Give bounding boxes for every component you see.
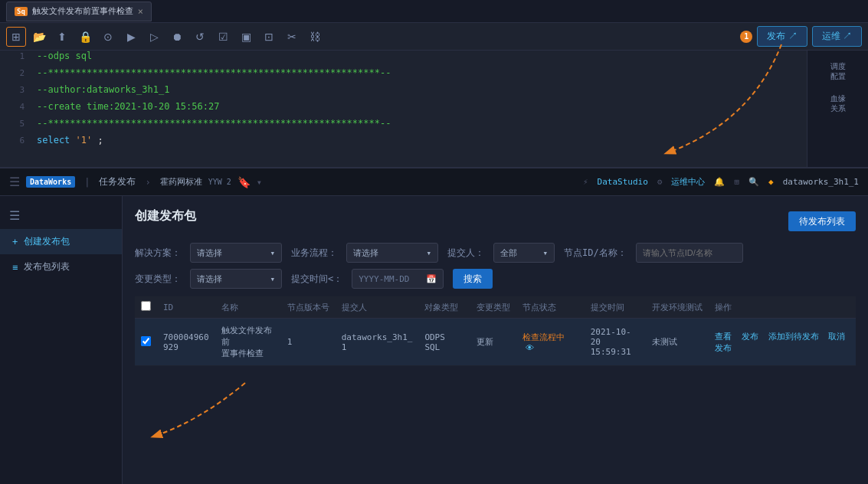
action-publish[interactable]: 发布 xyxy=(742,332,758,342)
bookmark-icon[interactable]: 🔖 xyxy=(237,176,251,188)
toolbar-dot-btn[interactable]: ⊙ xyxy=(98,27,118,47)
sidebar-item-package-list[interactable]: ≡ 发布包列表 xyxy=(0,254,122,280)
toolbar-grid2-btn[interactable]: ⊡ xyxy=(259,27,279,47)
status-eye-icon[interactable]: 👁 xyxy=(526,343,534,353)
row-obj-type: ODPS SQL xyxy=(418,319,470,366)
toolbar-open-btn[interactable]: 📂 xyxy=(29,27,49,47)
dropdown-icon[interactable]: ▾ xyxy=(257,177,262,188)
schedule-config-panel[interactable]: 调度配置 xyxy=(815,57,861,86)
solution-label: 解决方案： xyxy=(135,247,181,260)
search-icon[interactable]: 🔍 xyxy=(748,177,759,187)
action-add-pending[interactable]: 添加到待发布 xyxy=(768,332,819,342)
col-actions: 操作 xyxy=(709,296,856,319)
create-pkg-icon: + xyxy=(12,237,18,247)
toolbar-link-btn[interactable]: ⛓ xyxy=(305,27,325,47)
select-all-checkbox[interactable] xyxy=(141,301,151,311)
code-line-1: 1 --odps sql xyxy=(0,51,807,67)
sq-logo-icon: Sq xyxy=(15,7,28,16)
submit-time-input[interactable]: YYYY-MM-DD 📅 xyxy=(352,269,444,289)
dw-breadcrumb-sep: › xyxy=(145,177,150,188)
submitter-label: 提交人： xyxy=(447,247,484,260)
row-status: 检查流程中 👁 xyxy=(516,319,585,366)
bell-icon[interactable]: 🔔 xyxy=(714,177,725,187)
dw-content: 创建发布包 待发布列表 解决方案： 请选择 ▾ 业务流程： 请选择 ▾ 提交人：… xyxy=(123,196,868,484)
editor-tab[interactable]: Sq 触发文件发布前置事件检查 × xyxy=(6,2,152,21)
user-avatar[interactable]: dataworks_3h1_1 xyxy=(783,177,859,187)
dw-sidebar: ☰ + 创建发布包 ≡ 发布包列表 xyxy=(0,196,123,484)
change-type-label: 变更类型： xyxy=(135,273,181,286)
calendar-icon: 📅 xyxy=(426,274,437,284)
submitter-dropdown-icon: ▾ xyxy=(542,248,548,258)
workflow-dropdown-icon: ▾ xyxy=(426,248,431,258)
code-editor[interactable]: 1 --odps sql 2 --***********************… xyxy=(0,51,807,167)
sidebar-create-pkg-label: 创建发布包 xyxy=(24,235,70,248)
search-btn[interactable]: 搜索 xyxy=(453,269,493,289)
toolbar-record-btn[interactable]: ⏺ xyxy=(167,27,187,47)
editor-section: Sq 触发文件发布前置事件检查 × ⊞ 📂 ⬆ 🔒 ⊙ ▶ ▷ ⏺ ↺ ☑ ▣ … xyxy=(0,0,868,168)
toolbar-check-btn[interactable]: ☑ xyxy=(213,27,233,47)
toolbar-grid-btn[interactable]: ▣ xyxy=(236,27,256,47)
dw-topbar: ☰ DataWorks | 任务发布 › 霍药网标准 YYW 2 🔖 ▾ ⚡ D… xyxy=(0,168,868,196)
solution-dropdown-icon: ▾ xyxy=(270,248,275,258)
filter-row-1: 解决方案： 请选择 ▾ 业务流程： 请选择 ▾ 提交人： 全部 ▾ 节点ID/名… xyxy=(135,243,856,263)
row-change-type: 更新 xyxy=(470,319,516,366)
table-header-row: ID 名称 节点版本号 提交人 对象类型 变更类型 节点状态 提交时间 开发环境… xyxy=(135,296,856,319)
pending-publish-btn[interactable]: 待发布列表 xyxy=(788,211,856,231)
change-type-dropdown-icon: ▾ xyxy=(270,274,275,284)
action-view[interactable]: 查看 xyxy=(715,332,732,342)
row-actions: 查看 发布 添加到待发布 取消发布 xyxy=(709,319,856,366)
toolbar-upload-btn[interactable]: ⬆ xyxy=(52,27,72,47)
change-type-value: 请选择 xyxy=(197,273,222,285)
toolbar-scissors-btn[interactable]: ✂ xyxy=(282,27,302,47)
datastudio-link[interactable]: DataStudio xyxy=(598,177,648,187)
row-checkbox[interactable] xyxy=(141,336,151,346)
publish-badge: 1 xyxy=(740,31,752,43)
toolbar-lock-btn[interactable]: 🔒 xyxy=(75,27,95,47)
tab-close-icon[interactable]: × xyxy=(138,6,143,17)
dw-breadcrumb-sub: YYW 2 xyxy=(208,178,231,186)
pkg-list-icon: ≡ xyxy=(12,262,18,273)
toolbar-save-btn[interactable]: ⊞ xyxy=(6,27,26,47)
col-version: 节点版本号 xyxy=(281,296,336,319)
sidebar-menu-icon[interactable]: ☰ xyxy=(0,202,122,229)
node-id-input[interactable] xyxy=(636,243,743,263)
code-line-4: 4 --create time:2021-10-20 15:56:27 xyxy=(0,101,807,118)
solution-select[interactable]: 请选择 ▾ xyxy=(190,243,282,263)
tab-label: 触发文件发布前置事件检查 xyxy=(32,5,133,17)
code-line-3: 3 --author:dataworks_3h1_1 xyxy=(0,84,807,101)
dw-logo: DataWorks xyxy=(26,176,75,188)
toolbar-run-btn[interactable]: ▶ xyxy=(121,27,141,47)
col-dev-test: 开发环境测试 xyxy=(646,296,709,319)
ds-link-icon: ⚡ xyxy=(583,177,588,187)
code-line-6: 6 select '1' ; xyxy=(0,135,807,152)
toolbar-refresh-btn[interactable]: ↺ xyxy=(190,27,210,47)
dw-nav-task-publish[interactable]: 任务发布 xyxy=(99,175,136,188)
diamond-icon: ◆ xyxy=(768,177,774,187)
dw-main: ☰ + 创建发布包 ≡ 发布包列表 创建发布包 待发布列表 解决方案： 请选择 … xyxy=(0,196,868,484)
workflow-select[interactable]: 请选择 ▾ xyxy=(346,243,438,263)
code-line-2: 2 --************************************… xyxy=(0,67,807,84)
code-line-5: 5 --************************************… xyxy=(0,118,807,135)
hamburger-icon[interactable]: ☰ xyxy=(9,175,20,189)
lineage-panel[interactable]: 血缘关系 xyxy=(815,89,861,118)
col-obj-type: 对象类型 xyxy=(418,296,470,319)
node-id-label: 节点ID/名称： xyxy=(564,247,627,260)
ops-center-link[interactable]: 运维中心 xyxy=(671,176,705,188)
submitter-select[interactable]: 全部 ▾ xyxy=(493,243,555,263)
grid-icon[interactable]: ⊞ xyxy=(734,177,739,187)
dataworks-section: ☰ DataWorks | 任务发布 › 霍药网标准 YYW 2 🔖 ▾ ⚡ D… xyxy=(0,168,868,484)
maintain-top-btn[interactable]: 运维 ↗ xyxy=(812,26,862,47)
change-type-select[interactable]: 请选择 ▾ xyxy=(190,269,282,289)
col-submit-time: 提交时间 xyxy=(585,296,647,319)
dw-sep: | xyxy=(84,177,90,188)
filter-row-2: 变更类型： 请选择 ▾ 提交时间<： YYYY-MM-DD 📅 搜索 xyxy=(135,269,856,289)
row-submit-time: 2021-10-2015:59:31 xyxy=(585,319,647,366)
workflow-label: 业务流程： xyxy=(291,247,337,260)
tab-bar: Sq 触发文件发布前置事件检查 × xyxy=(0,0,868,23)
sidebar-item-create-package[interactable]: + 创建发布包 xyxy=(0,229,122,254)
col-status: 节点状态 xyxy=(516,296,585,319)
toolbar-run2-btn[interactable]: ▷ xyxy=(144,27,164,47)
publish-top-btn[interactable]: 发布 ↗ xyxy=(757,26,807,47)
row-checkbox-cell[interactable] xyxy=(135,319,157,366)
row-version: 1 xyxy=(281,319,336,366)
